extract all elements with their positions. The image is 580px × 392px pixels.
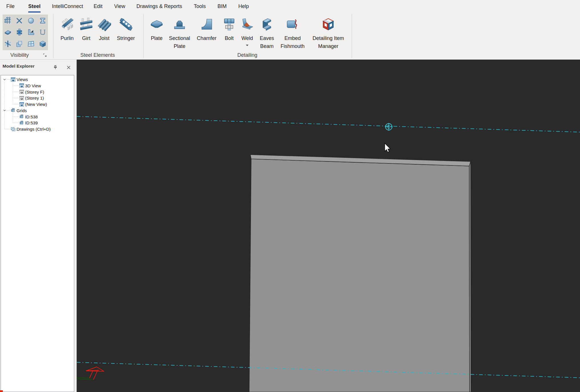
visibility-button-plate[interactable] (3, 27, 13, 37)
ribbon-button-joist[interactable]: Joist (96, 16, 112, 57)
ribbon-group-separator (143, 14, 144, 58)
grid-bubble-cross (385, 123, 393, 131)
ribbon-button-chamfer[interactable]: Chamfer (195, 16, 218, 57)
tree-item-id-538[interactable]: ID:538 (1, 114, 74, 120)
ribbon-button-detailing-item-manager[interactable]: Detailing Item Manager (311, 16, 345, 57)
tree-item-drawings-ctrl-d[interactable]: Drawings (Ctrl+D) (1, 126, 74, 132)
pin-icon[interactable] (53, 65, 58, 70)
panel-title: Model Explorer (3, 64, 35, 69)
menu-item-file[interactable]: File (6, 0, 15, 13)
tree-item-grids[interactable]: Grids (1, 107, 74, 114)
group-label-visibility: Visibility (0, 52, 39, 58)
corner-red-mark (0, 390, 3, 392)
tree-item-storey-f[interactable]: (Storey F) (1, 89, 74, 95)
ground-axis-line (77, 378, 90, 378)
vis-grid-icon (4, 17, 12, 25)
ribbon-button-bolt[interactable]: Bolt (222, 16, 237, 57)
ribbon-button-label: Girt (78, 34, 94, 42)
visibility-button-panel (3, 15, 48, 50)
tree-item-label: 3D View (25, 83, 41, 88)
north-arrow-symbol (90, 370, 93, 378)
weld-icon (240, 17, 254, 31)
north-arrow-symbol (94, 370, 98, 380)
chevron-down-icon[interactable] (3, 78, 6, 81)
visibility-button-sphere[interactable] (26, 15, 36, 26)
view-gray-icon (19, 96, 24, 100)
visibility-button-grid-nodes[interactable] (3, 15, 13, 26)
girt-icon (79, 17, 93, 31)
dropdown-arrow-icon[interactable] (246, 45, 249, 46)
ribbon-button-label: Joist (96, 34, 112, 42)
tree-item-label: (New View) (25, 102, 47, 107)
tree-item-label: Grids (17, 108, 27, 113)
sectional-plate-icon (173, 17, 186, 31)
vis-window-icon (27, 40, 35, 48)
menu-item-drawings-reports[interactable]: Drawings & Reports (136, 0, 182, 13)
ribbon-button-stringer[interactable]: Stringer (115, 16, 137, 57)
tree-item-views[interactable]: Views (1, 76, 74, 83)
visibility-button-window-grid[interactable] (26, 39, 36, 49)
visibility-dialog-launcher-icon[interactable] (43, 53, 47, 57)
tree-item-3d-view[interactable]: 3D View (1, 82, 74, 89)
tree-item-new-view[interactable]: (New View) (1, 101, 74, 108)
main-area: Model Explorer Views3D View(Storey F)(St… (0, 60, 580, 392)
vis-plate-icon (4, 28, 12, 36)
view-gray-icon (19, 90, 24, 94)
ribbon-button-label: Eaves Beam (258, 34, 276, 50)
ribbon: Visibility Steel Elements Detailing Purl… (0, 13, 580, 60)
visibility-button-axes[interactable] (3, 39, 13, 49)
menu-item-tools[interactable]: Tools (194, 0, 206, 13)
chevron-down-icon[interactable] (3, 109, 6, 112)
tree-item-label: ID:538 (25, 114, 38, 119)
ribbon-button-label: Detailing Item Manager (311, 34, 345, 50)
purlin-icon (60, 17, 74, 31)
menu-item-help[interactable]: Help (238, 0, 249, 13)
tree-item-label: ID:539 (25, 120, 38, 125)
3d-viewport[interactable] (77, 60, 580, 392)
ribbon-button-girt[interactable]: Girt (78, 16, 94, 57)
view-blue-icon (11, 77, 15, 82)
menu-item-edit[interactable]: Edit (94, 0, 102, 13)
menu-item-intelliconnect[interactable]: IntelliConnect (52, 0, 83, 13)
vis-sphere-icon (27, 17, 35, 25)
tree-item-label: (Storey 1) (25, 96, 44, 100)
ribbon-button-embed-fishmouth[interactable]: Embed Fishmouth (279, 16, 306, 57)
ribbon-button-sectional-plate[interactable]: Sectional Plate (167, 16, 192, 57)
ribbon-button-plate[interactable]: Plate (148, 16, 165, 57)
ribbon-button-purlin[interactable]: Purlin (58, 16, 76, 57)
bolt-icon (222, 17, 236, 31)
menu-item-steel[interactable]: Steel (28, 0, 41, 13)
chamfer-icon (200, 17, 214, 31)
view-blue-icon (19, 102, 24, 107)
eaves-beam-icon (260, 17, 274, 31)
vis-x-icon (15, 17, 23, 25)
visibility-button-delete-cross[interactable] (14, 15, 24, 26)
close-icon[interactable] (66, 65, 71, 70)
application-window: FileSteelIntelliConnectEditViewDrawings … (0, 0, 580, 392)
visibility-button-selection-plate[interactable] (14, 39, 24, 49)
visibility-button-corner-angle[interactable] (26, 27, 36, 37)
vis-ibeam-icon (39, 17, 47, 25)
visibility-button-beam-section[interactable] (38, 15, 48, 26)
drawings-icon (11, 127, 15, 132)
visibility-button-channel[interactable] (38, 27, 48, 37)
grid-icon (19, 114, 24, 119)
vis-corner-icon (27, 28, 35, 36)
visibility-button-bolt-assembly[interactable] (14, 27, 24, 37)
ribbon-button-eaves-beam[interactable]: Eaves Beam (258, 16, 276, 57)
3d-scene (77, 60, 580, 392)
grid-axis-line (77, 116, 580, 132)
ribbon-button-label: Chamfer (195, 34, 218, 42)
tree-item-label: Views (17, 77, 28, 82)
ribbon-group-separator (53, 14, 53, 58)
plate-icon (150, 17, 164, 31)
tree-item-id-539[interactable]: ID:539 (1, 120, 74, 126)
menu-item-bim[interactable]: BIM (218, 0, 227, 13)
visibility-button-cube[interactable] (38, 39, 48, 49)
menu-item-view[interactable]: View (114, 0, 125, 13)
ribbon-button-weld[interactable]: Weld (239, 16, 255, 57)
stringer-icon (119, 17, 133, 31)
tree-item-storey-1[interactable]: (Storey 1) (1, 95, 74, 101)
grid-icon (11, 108, 15, 113)
joist-icon (97, 17, 111, 31)
